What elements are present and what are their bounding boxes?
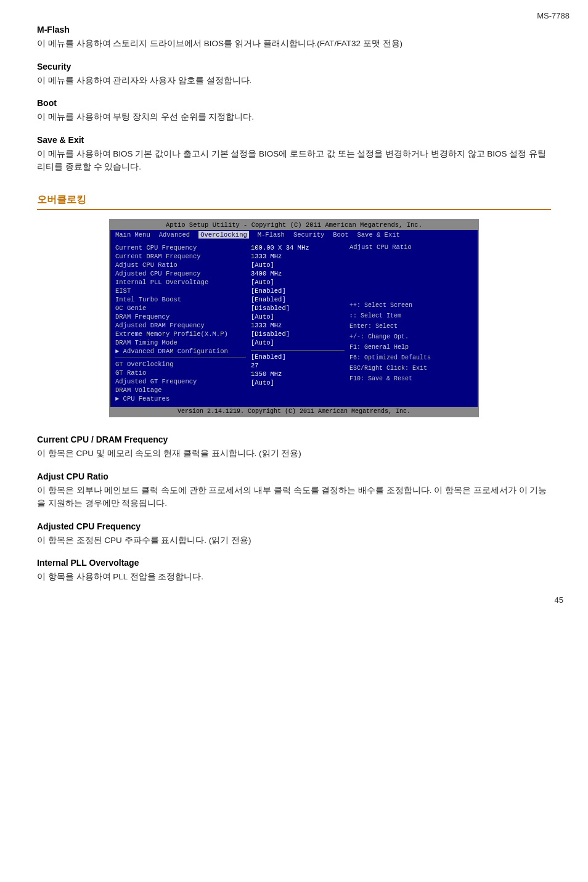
help-optimized: F6: Optimized Defaults	[349, 353, 473, 363]
bios-val-8: [Auto]	[251, 312, 345, 321]
bios-val-14: 27	[251, 361, 345, 370]
menu-security: Security	[293, 231, 324, 239]
current-cpu-dram-text: 이 항목은 CPU 및 메모리 속도의 현재 클럭을 표시합니다. (읽기 전용…	[37, 447, 551, 460]
help-select-screen: ++: Select Screen	[349, 300, 473, 311]
bios-val-10: [Disabled]	[251, 330, 345, 338]
bios-center-column: 100.00 X 34 MHz 1333 MHz [Auto] 3400 MHz…	[248, 243, 347, 403]
bios-row-0: Current CPU Frequency	[115, 243, 246, 252]
bios-val-15: 1350 MHz	[251, 370, 345, 378]
bios-val-9: 1333 MHz	[251, 321, 345, 330]
menu-overclocking: Overclocking	[198, 231, 249, 239]
bios-row-15: Adjusted GT Frequency	[115, 377, 246, 386]
bios-val-5: [Enabled]	[251, 287, 345, 295]
bios-row-10: Extreme Memory Profile(X.M.P)	[115, 330, 246, 338]
bios-val-16: [Auto]	[251, 378, 345, 387]
bios-row-4: Internal PLL Overvoltage	[115, 278, 246, 287]
bios-row-12-arrow: ► Advanced DRAM Configuration	[115, 347, 246, 356]
m-flash-title: M-Flash	[37, 25, 551, 35]
bios-row-14: GT Ratio	[115, 369, 246, 377]
internal-pll-text: 이 항목을 사용하여 PLL 전압을 조정합니다.	[37, 570, 551, 584]
bios-footer: Version 2.14.1219. Copyright (C) 2011 Am…	[110, 407, 478, 416]
save-exit-title: Save & Exit	[37, 135, 551, 145]
internal-pll-title: Internal PLL Overvoltage	[37, 558, 551, 568]
bios-row-7: OC Genie	[115, 304, 246, 312]
bios-row-16: DRAM Voltage	[115, 386, 246, 394]
bios-val-17	[251, 387, 345, 388]
help-esc: ESC/Right Click: Exit	[349, 363, 473, 374]
bios-val-13: [Enabled]	[251, 353, 345, 361]
model-number: MS-7788	[537, 11, 570, 20]
menu-main: Main Menu	[115, 231, 150, 239]
help-general-help: F1: General Help	[349, 342, 473, 353]
bios-val-7: [Disabled]	[251, 304, 345, 312]
bios-val-2: [Auto]	[251, 261, 345, 269]
help-change-opt: +/-: Change Opt.	[349, 332, 473, 342]
adjust-cpu-ratio-title: Adjust CPU Ratio	[37, 472, 551, 481]
bios-val-12	[251, 347, 345, 348]
bios-adjust-text: Adjust CPU Ratio	[349, 243, 473, 251]
boot-text: 이 메뉴를 사용하여 부팅 장치의 우선 순위를 지정합니다.	[37, 110, 551, 124]
menu-save-exit: Save & Exit	[357, 231, 400, 239]
bios-title-bar: Aptio Setup Utility - Copyright (C) 2011…	[110, 220, 478, 230]
bios-row-8: DRAM Frequency	[115, 312, 246, 321]
bios-right-column: Adjust CPU Ratio ++: Select Screen ↕: Se…	[347, 243, 475, 403]
bios-row-13: GT OverClocking	[115, 360, 246, 369]
adjust-cpu-ratio-text: 이 항목은 외부나 메인보드 클럭 속도에 관한 프로세서의 내부 클럭 속도를…	[37, 484, 551, 510]
bios-val-6: [Enabled]	[251, 295, 345, 304]
adjusted-cpu-freq-title: Adjusted CPU Frequency	[37, 521, 551, 531]
bios-row-2: Adjust CPU Ratio	[115, 261, 246, 269]
save-exit-text: 이 메뉴를 사용하여 BIOS 기본 값이나 출고시 기본 설정을 BIOS에 …	[37, 147, 551, 174]
boot-title: Boot	[37, 98, 551, 108]
current-cpu-dram-title: Current CPU / DRAM Frequency	[37, 435, 551, 444]
bios-row-5: EIST	[115, 287, 246, 295]
bios-row-3: Adjusted CPU Frequency	[115, 269, 246, 278]
bios-row-6: Intel Turbo Boost	[115, 295, 246, 304]
menu-boot: Boot	[333, 231, 348, 239]
help-save-reset: F10: Save & Reset	[349, 374, 473, 384]
security-text: 이 메뉴를 사용하여 관리자와 사용자 암호를 설정합니다.	[37, 74, 551, 88]
bios-left-column: Current CPU Frequency Current DRAM Frequ…	[113, 243, 248, 403]
bios-val-11: [Auto]	[251, 338, 345, 347]
help-enter: Enter: Select	[349, 321, 473, 332]
bios-val-0: 100.00 X 34 MHz	[251, 243, 345, 252]
menu-mflash: M-Flash	[258, 231, 285, 239]
security-title: Security	[37, 62, 551, 71]
overclocking-heading: 오버클로킹	[37, 194, 551, 210]
bios-val-4: [Auto]	[251, 278, 345, 287]
bios-menu-bar: Main Menu Advanced Overclocking M-Flash …	[110, 230, 478, 240]
bios-screenshot: Aptio Setup Utility - Copyright (C) 2011…	[109, 219, 479, 417]
menu-advanced: Advanced	[159, 231, 190, 239]
bios-row-17-arrow: ► CPU Features	[115, 394, 246, 403]
help-select-item: ↕: Select Item	[349, 311, 473, 321]
page-number: 45	[555, 595, 563, 605]
bios-val-3: 3400 MHz	[251, 269, 345, 278]
bios-content: Current CPU Frequency Current DRAM Frequ…	[110, 240, 478, 407]
bios-row-9: Adjusted DRAM Frequency	[115, 321, 246, 330]
bios-val-1: 1333 MHz	[251, 252, 345, 261]
m-flash-text: 이 메뉴를 사용하여 스토리지 드라이브에서 BIOS를 읽거나 플래시합니다.…	[37, 37, 551, 51]
bios-row-11: DRAM Timing Mode	[115, 338, 246, 347]
adjusted-cpu-freq-text: 이 항목은 조정된 CPU 주파수를 표시합니다. (읽기 전용)	[37, 534, 551, 547]
bios-row-1: Current DRAM Frequency	[115, 252, 246, 261]
bios-help-right: ++: Select Screen ↕: Select Item Enter: …	[349, 300, 473, 384]
